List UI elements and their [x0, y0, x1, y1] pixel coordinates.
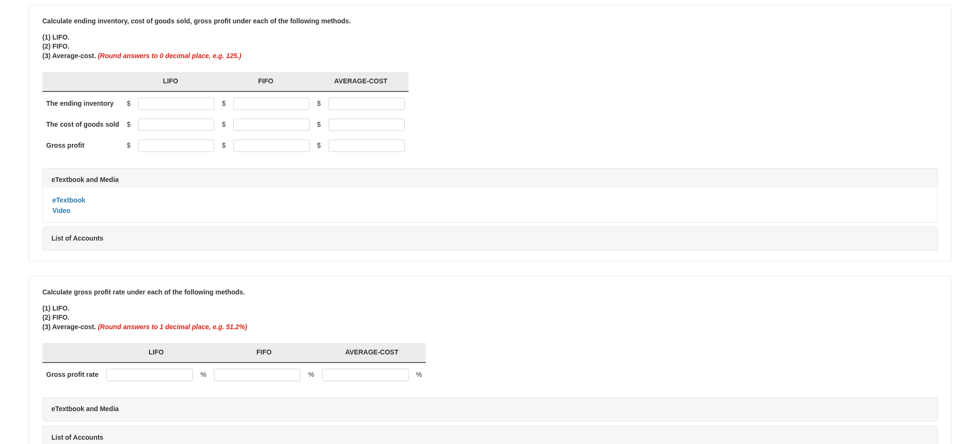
row-label-cogs: The cost of goods sold — [42, 116, 123, 134]
input-ending-inventory-fifo[interactable] — [233, 98, 310, 110]
table-header-row: LIFO FIFO AVERAGE-COST — [42, 72, 409, 92]
table-row: Gross profit rate % % % — [42, 366, 426, 384]
method-fifo: (2) FIFO. — [42, 42, 938, 51]
method-lead: (3) Average-cost. — [42, 323, 98, 331]
currency-symbol: $ — [313, 95, 325, 113]
etextbook-media-body: eTextbook Video — [42, 188, 938, 223]
question-part-2: Calculate gross profit rate under each o… — [29, 276, 951, 444]
rounding-hint: (Round answers to 1 decimal place, e.g. … — [98, 323, 247, 331]
row-label-gross-profit-rate: Gross profit rate — [42, 366, 102, 384]
method-average-cost: (3) Average-cost. (Round answers to 1 de… — [42, 323, 938, 332]
list-of-accounts-panel[interactable]: List of Accounts — [42, 426, 938, 444]
prompt-text: Calculate gross profit rate under each o… — [42, 288, 938, 297]
input-cogs-avg[interactable] — [329, 119, 405, 131]
col-lifo: LIFO — [123, 72, 218, 92]
method-average-cost: (3) Average-cost. (Round answers to 0 de… — [42, 51, 938, 61]
currency-symbol: $ — [123, 137, 134, 155]
etextbook-link[interactable]: eTextbook — [52, 195, 928, 205]
row-label-ending-inventory: The ending inventory — [42, 95, 123, 113]
method-list: (1) LIFO. (2) FIFO. (3) Average-cost. (R… — [42, 304, 938, 332]
method-fifo: (2) FIFO. — [42, 313, 938, 323]
input-gross-profit-lifo[interactable] — [138, 140, 214, 152]
prompt-text: Calculate ending inventory, cost of good… — [42, 17, 938, 26]
method-list: (1) LIFO. (2) FIFO. (3) Average-cost. (R… — [42, 33, 938, 61]
header-spacer — [42, 343, 102, 363]
percent-symbol: % — [197, 366, 210, 384]
etextbook-media-panel[interactable]: eTextbook and Media — [42, 397, 938, 421]
input-cogs-fifo[interactable] — [233, 119, 310, 131]
list-of-accounts-panel[interactable]: List of Accounts — [42, 227, 938, 251]
percent-symbol: % — [304, 366, 318, 384]
answer-table: LIFO FIFO AVERAGE-COST The ending invent… — [42, 69, 409, 158]
method-lifo: (1) LIFO. — [42, 304, 938, 313]
table-header-row: LIFO FIFO AVERAGE-COST — [42, 343, 426, 363]
currency-symbol: $ — [218, 137, 230, 155]
percent-symbol: % — [412, 366, 426, 384]
currency-symbol: $ — [313, 116, 325, 134]
answer-table: LIFO FIFO AVERAGE-COST Gross profit rate… — [42, 340, 426, 387]
col-average-cost: AVERAGE-COST — [313, 72, 409, 92]
currency-symbol: $ — [218, 116, 230, 134]
currency-symbol: $ — [123, 116, 134, 134]
input-gp-rate-lifo[interactable] — [106, 369, 193, 381]
input-ending-inventory-lifo[interactable] — [138, 98, 214, 110]
input-cogs-lifo[interactable] — [138, 119, 214, 131]
col-lifo: LIFO — [102, 343, 210, 363]
input-gp-rate-avg[interactable] — [322, 369, 409, 381]
table-row: Gross profit $ $ $ — [42, 137, 409, 155]
rounding-hint: (Round answers to 0 decimal place, e.g. … — [98, 52, 241, 60]
table-row: The ending inventory $ $ $ — [42, 95, 409, 113]
input-gp-rate-fifo[interactable] — [214, 369, 300, 381]
method-lead: (3) Average-cost. — [42, 52, 98, 60]
input-gross-profit-fifo[interactable] — [233, 140, 310, 152]
input-gross-profit-avg[interactable] — [329, 140, 405, 152]
currency-symbol: $ — [123, 95, 134, 113]
col-fifo: FIFO — [218, 72, 313, 92]
header-spacer — [42, 72, 123, 92]
currency-symbol: $ — [313, 137, 325, 155]
col-average-cost: AVERAGE-COST — [318, 343, 426, 363]
video-link[interactable]: Video — [52, 205, 928, 216]
method-lifo: (1) LIFO. — [42, 33, 938, 42]
input-ending-inventory-avg[interactable] — [329, 98, 405, 110]
question-part-1: Calculate ending inventory, cost of good… — [29, 5, 951, 262]
currency-symbol: $ — [218, 95, 230, 113]
row-label-gross-profit: Gross profit — [42, 137, 123, 155]
table-row: The cost of goods sold $ $ $ — [42, 116, 409, 134]
col-fifo: FIFO — [210, 343, 318, 363]
